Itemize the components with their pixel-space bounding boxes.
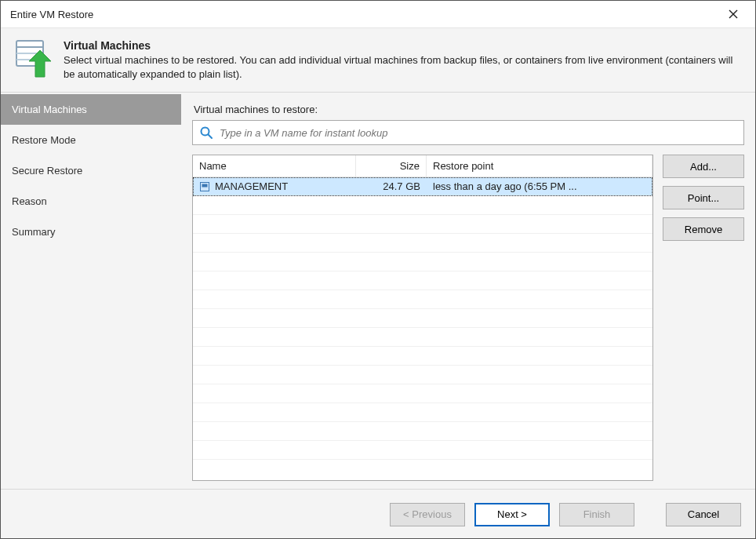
finish-button[interactable]: Finish: [559, 503, 634, 526]
svg-rect-9: [202, 184, 208, 187]
wizard-footer: < Previous Next > Finish Cancel: [1, 489, 755, 539]
col-header-size[interactable]: Size: [356, 155, 427, 177]
cancel-button[interactable]: Cancel: [666, 503, 741, 526]
vm-search-box[interactable]: [192, 120, 744, 145]
nav-step-virtual-machines[interactable]: Virtual Machines: [1, 94, 181, 125]
previous-button[interactable]: < Previous: [390, 503, 465, 526]
nav-step-secure-restore[interactable]: Secure Restore: [1, 155, 181, 186]
col-header-restore-point[interactable]: Restore point: [427, 155, 652, 177]
vm-search-input[interactable]: [218, 126, 737, 140]
vm-list-label: Virtual machines to restore:: [194, 104, 744, 115]
vm-icon: [199, 181, 210, 192]
vm-table: Name Size Restore point: [192, 155, 653, 481]
vm-row[interactable]: MANAGEMENT 24.7 GB less than a day ago (…: [193, 177, 652, 196]
vm-action-buttons: Add... Point... Remove: [663, 155, 744, 481]
table-row: [193, 309, 652, 328]
wizard-header-text: Virtual Machines Select virtual machines…: [64, 38, 743, 81]
window-title: Entire VM Restore: [10, 9, 93, 20]
table-row: [193, 347, 652, 366]
table-row: [193, 196, 652, 215]
close-button[interactable]: [718, 3, 749, 25]
nav-step-restore-mode[interactable]: Restore Mode: [1, 125, 181, 155]
table-row: [193, 422, 652, 441]
vm-table-header: Name Size Restore point: [193, 155, 652, 177]
point-button[interactable]: Point...: [663, 186, 744, 209]
close-icon: [729, 9, 738, 19]
nav-step-reason[interactable]: Reason: [1, 186, 181, 217]
svg-line-7: [209, 135, 213, 139]
table-row: [193, 384, 652, 403]
remove-button[interactable]: Remove: [663, 217, 744, 241]
vm-row-name: MANAGEMENT: [193, 177, 356, 195]
add-button[interactable]: Add...: [663, 155, 744, 178]
col-header-name[interactable]: Name: [193, 155, 356, 177]
vm-table-row: Name Size Restore point: [192, 155, 744, 481]
vm-table-body: MANAGEMENT 24.7 GB less than a day ago (…: [193, 177, 652, 480]
table-row: [193, 403, 652, 422]
search-icon: [199, 126, 213, 140]
vm-row-point: less than a day ago (6:55 PM ...: [427, 177, 652, 195]
vm-row-name-text: MANAGEMENT: [215, 180, 288, 192]
table-row: [193, 441, 652, 460]
wizard-main-panel: Virtual machines to restore: Name Size R…: [181, 93, 755, 489]
restore-vm-icon: [12, 38, 53, 78]
wizard-steps-nav: Virtual Machines Restore Mode Secure Res…: [1, 93, 181, 489]
nav-step-summary[interactable]: Summary: [1, 217, 181, 247]
table-row: [193, 290, 652, 309]
table-row: [193, 215, 652, 234]
table-row: [193, 234, 652, 253]
next-button[interactable]: Next >: [474, 503, 550, 526]
wizard-body: Virtual Machines Restore Mode Secure Res…: [1, 93, 755, 489]
title-bar: Entire VM Restore: [1, 1, 755, 27]
table-row: [193, 366, 652, 384]
table-row: [193, 328, 652, 347]
wizard-step-description: Select virtual machines to be restored. …: [64, 53, 743, 81]
table-row: [193, 271, 652, 290]
vm-row-size: 24.7 GB: [356, 177, 427, 195]
wizard-header: Virtual Machines Select virtual machines…: [1, 27, 755, 93]
table-row: [193, 253, 652, 271]
wizard-step-title: Virtual Machines: [64, 39, 743, 52]
